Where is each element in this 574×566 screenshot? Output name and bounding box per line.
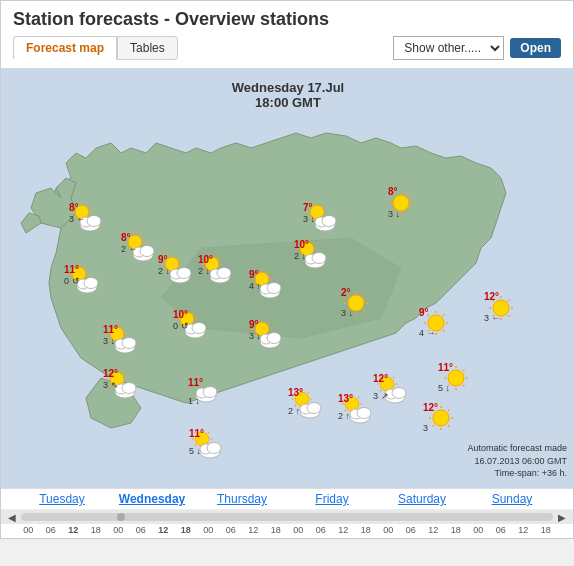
toolbar: Forecast map Tables Show other..... Open xyxy=(13,36,561,60)
hour-00-5: 00 xyxy=(377,525,400,535)
toolbar-right: Show other..... Open xyxy=(393,36,561,60)
tab-forecast-map[interactable]: Forecast map xyxy=(13,36,117,60)
page-container: Station forecasts - Overview stations Fo… xyxy=(0,0,574,539)
hour-00-1: 00 xyxy=(17,525,40,535)
hour-12-4: 12 xyxy=(332,525,355,535)
timeline-scrollbar[interactable]: ◀ ▶ xyxy=(1,510,573,524)
hour-18-6: 18 xyxy=(535,525,558,535)
map-container: Wednesday 17.Jul18:00 GMT xyxy=(1,68,574,488)
page-title: Station forecasts - Overview stations xyxy=(13,9,561,30)
hour-00-3: 00 xyxy=(197,525,220,535)
page-header: Station forecasts - Overview stations Fo… xyxy=(1,1,573,68)
hour-06-2: 06 xyxy=(130,525,153,535)
hour-18-5: 18 xyxy=(445,525,468,535)
scroll-right-arrow[interactable]: ▶ xyxy=(555,512,569,523)
day-wednesday[interactable]: Wednesday xyxy=(107,492,197,506)
open-button[interactable]: Open xyxy=(510,38,561,58)
hour-18-2: 18 xyxy=(175,525,198,535)
show-other-dropdown[interactable]: Show other..... xyxy=(393,36,504,60)
hour-12-6: 12 xyxy=(512,525,535,535)
hour-12-5: 12 xyxy=(422,525,445,535)
hour-18-3: 18 xyxy=(265,525,288,535)
hour-00-6: 00 xyxy=(467,525,490,535)
hour-06-5: 06 xyxy=(400,525,423,535)
hour-00-4: 00 xyxy=(287,525,310,535)
hour-18-1: 18 xyxy=(85,525,108,535)
day-tuesday[interactable]: Tuesday xyxy=(17,492,107,506)
tab-tables[interactable]: Tables xyxy=(117,36,178,60)
hour-12-3: 12 xyxy=(242,525,265,535)
day-labels: Tuesday Wednesday Thursday Friday Saturd… xyxy=(1,489,573,510)
timeline-container: Tuesday Wednesday Thursday Friday Saturd… xyxy=(1,488,573,538)
scroll-track[interactable] xyxy=(21,513,553,521)
hour-12-2: 12 xyxy=(152,525,175,535)
map-datetime: Wednesday 17.Jul18:00 GMT xyxy=(232,74,344,110)
hour-06-6: 06 xyxy=(490,525,513,535)
scroll-thumb[interactable] xyxy=(117,513,125,521)
hour-06-1: 06 xyxy=(40,525,63,535)
day-friday[interactable]: Friday xyxy=(287,492,377,506)
day-saturday[interactable]: Saturday xyxy=(377,492,467,506)
scroll-left-arrow[interactable]: ◀ xyxy=(5,512,19,523)
hour-06-4: 06 xyxy=(310,525,333,535)
map-footnote: Automatic forecast made 16.07.2013 06:00… xyxy=(467,442,567,480)
hour-06-3: 06 xyxy=(220,525,243,535)
day-sunday[interactable]: Sunday xyxy=(467,492,557,506)
iceland-map-svg xyxy=(1,68,574,488)
hour-18-4: 18 xyxy=(355,525,378,535)
hour-00-2: 00 xyxy=(107,525,130,535)
day-thursday[interactable]: Thursday xyxy=(197,492,287,506)
tab-bar: Forecast map Tables xyxy=(13,36,178,60)
hour-labels: 00 06 12 18 00 06 12 18 00 06 12 18 00 0… xyxy=(1,524,573,538)
hour-12-1: 12 xyxy=(62,525,85,535)
